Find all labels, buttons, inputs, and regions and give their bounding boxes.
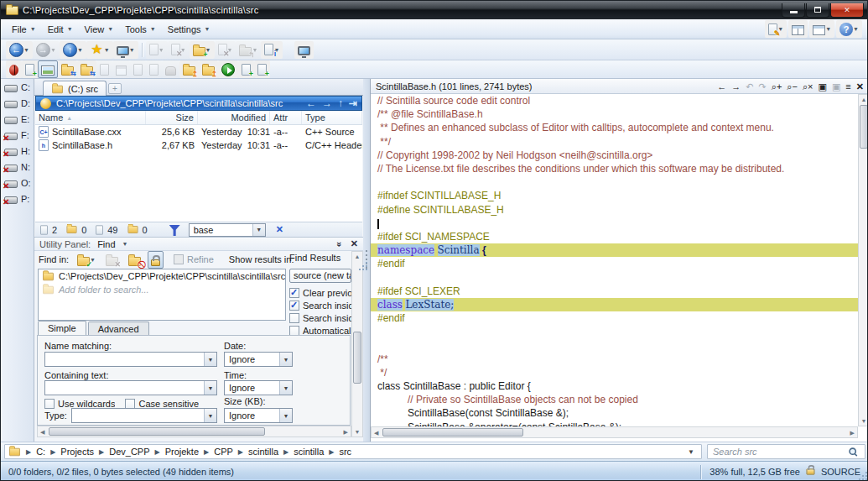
menu-item-settings[interactable]: Settings▼ — [162, 22, 216, 37]
debug-bug-button[interactable] — [6, 60, 22, 78]
folder-up-new-tab-button[interactable]: ↥ — [199, 60, 218, 78]
find-option-checkbox[interactable] — [289, 288, 299, 298]
include-folder-button[interactable]: ✓ ▼ — [74, 251, 99, 269]
favorites-button[interactable]: ★▼ — [86, 41, 113, 59]
move-button[interactable]: ✕▼ — [168, 41, 190, 59]
delete-button[interactable]: ✕▼ — [215, 41, 236, 59]
breadcrumb-item-c[interactable]: C: — [34, 447, 47, 457]
folder-tab[interactable]: (C:) src — [43, 81, 107, 96]
column-header-type[interactable]: Type — [302, 111, 362, 124]
remove-folder-button[interactable]: ✕ — [102, 251, 122, 269]
dropdown-chevron-icon[interactable]: ▼ — [77, 47, 83, 53]
dropdown-chevron-icon[interactable]: ▼ — [104, 47, 110, 53]
size-select[interactable]: Ignore▼ — [224, 408, 293, 423]
find-option-checkbox[interactable] — [289, 313, 299, 323]
console-window-button[interactable] — [294, 41, 314, 59]
drive-item-h[interactable]: H: — [1, 143, 34, 159]
column-header-modified[interactable]: Modified — [198, 111, 270, 124]
drive-item-p[interactable]: P: — [1, 191, 34, 207]
sync-browse-right-button[interactable]: ⇆ — [77, 60, 96, 78]
viewer-frame2-icon[interactable]: ▣ — [832, 81, 840, 92]
breadcrumb-item-cpp[interactable]: CPP — [212, 447, 235, 457]
copy-pane-button[interactable] — [146, 60, 162, 78]
single-pane-layout-button[interactable]: ▼ — [809, 20, 834, 38]
lock-folders-button[interactable] — [148, 251, 164, 269]
case-sensitive-checkbox[interactable] — [125, 399, 135, 409]
code-view[interactable]: // Scintilla source code edit control/**… — [371, 94, 858, 426]
minimize-button[interactable] — [782, 3, 805, 18]
breadcrumb-item-dev_cpp[interactable]: Dev_CPP — [107, 447, 151, 457]
zoom-out-icon[interactable]: ⌕− — [787, 81, 798, 92]
path-follow-icon[interactable]: ⇥ — [349, 97, 357, 110]
up-button[interactable]: ↑▼ — [60, 41, 86, 59]
close-panel-icon[interactable]: ✕ — [351, 238, 358, 249]
viewer-menu-icon[interactable]: ≡ — [845, 81, 850, 92]
breadcrumb-item-projects[interactable]: Projects — [59, 447, 96, 457]
quick-viewer-button[interactable] — [38, 60, 58, 78]
viewer-undo-icon[interactable]: ↶ — [746, 81, 753, 92]
find-option-checkbox[interactable] — [289, 326, 299, 336]
address-bar[interactable]: C:\Projects\Dev_CPP\Projekte\CPP\scintil… — [35, 96, 362, 111]
menu-item-view[interactable]: View▼ — [79, 22, 120, 37]
maximize-button[interactable] — [806, 3, 829, 18]
viewer-frame-icon[interactable]: ▣ — [819, 81, 827, 92]
dropdown-chevron-icon[interactable]: ▼ — [50, 47, 56, 53]
collapse-panel-icon[interactable]: » — [335, 241, 345, 246]
drive-item-e[interactable]: E: — [1, 111, 34, 127]
drive-item-c[interactable]: C: — [1, 79, 34, 95]
find-option-0[interactable]: Clear previou — [289, 286, 351, 299]
properties-button[interactable]: i▼ — [261, 41, 283, 59]
find-option-2[interactable]: Search inside — [289, 311, 351, 324]
filter-dropdown-icon[interactable]: ▼ — [252, 224, 265, 236]
find-option-1[interactable]: Search inside — [289, 299, 351, 311]
find-option-checkbox[interactable] — [289, 301, 299, 311]
drive-item-n[interactable]: N: — [1, 159, 34, 175]
search-folder-list[interactable]: C:\Projects\Dev_CPP\Projekte\CPP\scintil… — [38, 269, 286, 321]
add-left-pane-button[interactable]: + — [238, 60, 254, 78]
breadcrumb[interactable]: ▶C:▶Projects▶Dev_CPP▶Projekte▶CPP▶scinti… — [4, 444, 702, 459]
folder-up-button[interactable]: ↥ — [179, 60, 199, 78]
menu-item-file[interactable]: File▼ — [6, 22, 42, 37]
time-select[interactable]: Ignore▼ — [224, 380, 293, 395]
forward-button[interactable]: →▼ — [33, 41, 60, 59]
breadcrumb-dropdown-icon[interactable]: ▼ — [684, 448, 698, 456]
utility-mode-dropdown-icon[interactable]: ▼ — [122, 241, 128, 247]
zoom-reset-icon[interactable]: ⌕× — [803, 81, 813, 92]
dropdown-chevron-icon[interactable]: ▼ — [129, 47, 135, 53]
column-header-size[interactable]: Size — [146, 111, 198, 124]
type-select[interactable]: ▼ — [71, 408, 217, 423]
results-target-button[interactable]: source (new tab — [289, 269, 351, 283]
dropdown-chevron-icon[interactable]: ▼ — [853, 26, 859, 32]
exclude-folder-button[interactable]: ⃠ — [125, 251, 144, 269]
zoom-in-icon[interactable]: ⌕+ — [772, 81, 782, 92]
add-right-pane-button[interactable]: + — [254, 60, 270, 78]
network-button[interactable]: ▼ — [113, 41, 138, 59]
search-folder-row[interactable]: C:\Projects\Dev_CPP\Projekte\CPP\scintil… — [39, 269, 285, 283]
copy-button[interactable]: ▼ — [146, 41, 168, 59]
clipboard-button[interactable] — [96, 60, 112, 78]
save-selection-button[interactable] — [130, 60, 146, 78]
use-wildcards-checkbox[interactable] — [44, 399, 55, 409]
path-forward-icon[interactable]: → — [322, 97, 332, 110]
viewer-horizontal-scrollbar[interactable]: ◀ ▶ — [371, 426, 858, 438]
breadcrumb-item-scintilla[interactable]: scintilla — [247, 447, 280, 457]
dropdown-chevron-icon[interactable]: ▼ — [159, 47, 164, 53]
pane-splitter[interactable] — [363, 79, 370, 442]
sync-browse-left-button[interactable]: ⇆ — [58, 60, 77, 78]
add-folder-row[interactable]: Add folder to search... — [39, 283, 285, 296]
resize-grip[interactable] — [859, 472, 867, 480]
containing-text-input[interactable]: ▼ — [44, 380, 217, 395]
new-tab-button[interactable]: + — [108, 83, 122, 94]
clear-filter-button[interactable]: ✕ — [276, 224, 283, 235]
find-panel-vertical-scrollbar[interactable]: ▲ ▼ — [351, 251, 363, 437]
menu-item-edit[interactable]: Edit▼ — [42, 22, 79, 37]
drive-item-o[interactable]: O: — [1, 175, 34, 191]
new-tab-pane-button[interactable]: + — [22, 60, 38, 78]
close-button[interactable]: ✕ — [830, 3, 864, 18]
breadcrumb-item-scintilla[interactable]: scintilla — [292, 447, 325, 457]
help-button[interactable]: ?▼ — [836, 20, 862, 38]
find-panel-horizontal-scrollbar[interactable]: ◀ ▶ — [37, 426, 351, 437]
refine-checkbox[interactable] — [174, 254, 184, 264]
dropdown-chevron-icon[interactable]: ▼ — [825, 26, 831, 32]
viewer-close-icon[interactable]: ✕ — [856, 81, 864, 92]
